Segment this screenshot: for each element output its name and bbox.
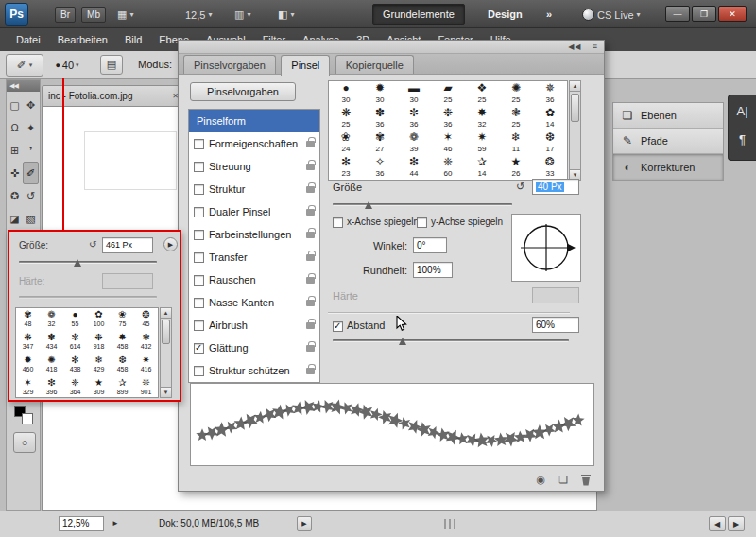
workspace-button-design[interactable]: Design <box>482 4 528 25</box>
brush-section-nasse-kanten[interactable]: Nasse Kanten <box>189 291 319 314</box>
brush-section-transfer[interactable]: Transfer <box>189 246 319 268</box>
brush-preset[interactable]: ✽36 <box>363 106 397 130</box>
lock-icon[interactable] <box>306 322 315 329</box>
brush-preset[interactable]: ❉36 <box>431 106 465 130</box>
flip-x-checkbox[interactable] <box>333 217 343 228</box>
brush-preset[interactable]: ❃432 <box>134 331 158 354</box>
brush-section-struktur-schützen[interactable]: Struktur schützen <box>189 359 319 382</box>
brush-section-rauschen[interactable]: Rauschen <box>189 268 319 291</box>
brush-preset[interactable]: ❈60 <box>431 155 465 180</box>
scroll-up-icon[interactable]: ▲ <box>161 308 171 319</box>
character-panel-icon[interactable]: A| <box>732 99 753 122</box>
brush-preset[interactable]: ❁32 <box>40 308 63 331</box>
foreground-background-swatch[interactable] <box>14 406 35 426</box>
brush-preset[interactable]: ✸458 <box>111 331 134 354</box>
brush-preset[interactable]: ✷59 <box>465 130 499 155</box>
lock-icon[interactable] <box>306 164 315 170</box>
panel-button-pfade[interactable]: ✎Pfade <box>613 129 723 154</box>
section-checkbox[interactable] <box>194 139 204 149</box>
lock-icon[interactable] <box>306 209 315 216</box>
size-slider[interactable] <box>333 203 512 206</box>
clone-stamp-tool[interactable]: ✪ <box>7 184 23 207</box>
reset-size-icon[interactable]: ↺ <box>89 239 96 250</box>
section-checkbox[interactable] <box>194 207 204 217</box>
size-slider-thumb[interactable] <box>365 201 372 209</box>
section-checkbox[interactable] <box>194 275 204 286</box>
brush-preset[interactable]: ✰14 <box>465 155 499 180</box>
popup-menu-button[interactable]: ▶ <box>163 237 178 251</box>
bridge-button[interactable]: Br <box>55 7 76 23</box>
delete-brush-icon[interactable] <box>581 475 591 486</box>
brush-preset[interactable]: ✧36 <box>363 155 397 180</box>
reset-size-icon[interactable]: ↺ <box>516 181 524 193</box>
zoom-field[interactable]: 12,5% <box>59 516 104 531</box>
brush-section-farbeinstellungen[interactable]: Farbeinstellungen <box>189 223 319 246</box>
scroll-up-icon[interactable]: ▲ <box>570 81 580 92</box>
brush-preset[interactable]: ✽434 <box>40 331 63 354</box>
scrollbar-thumb[interactable] <box>571 94 579 122</box>
eyedropper-tool[interactable]: ❜ <box>23 139 39 162</box>
brush-preset[interactable]: ●55 <box>63 308 87 331</box>
tab-kopierquelle[interactable]: Kopierquelle <box>335 55 414 74</box>
mini-bridge-button[interactable]: Mb <box>81 7 106 23</box>
rectangular-marquee-tool[interactable]: ▢ <box>7 94 23 116</box>
brush-preset[interactable]: ✻438 <box>63 354 87 376</box>
workspace-button-grundelemente[interactable]: Grundelemente <box>372 4 465 25</box>
brush-preset[interactable]: ❆458 <box>111 354 134 376</box>
brush-preset[interactable]: ✶329 <box>16 376 40 398</box>
brush-preset[interactable]: ✾48 <box>16 308 40 331</box>
scroll-right-button[interactable]: ▶ <box>728 516 745 531</box>
new-brush-icon[interactable]: ❏ <box>558 474 568 486</box>
brush-preset[interactable]: ✻23 <box>329 155 363 180</box>
brush-preset[interactable]: ✹460 <box>16 354 40 376</box>
panel-button-korrekturen[interactable]: ◐Korrekturen <box>613 154 723 180</box>
workspace-overflow-button[interactable]: » <box>541 4 558 25</box>
spacing-checkbox[interactable] <box>333 321 343 332</box>
restore-button[interactable]: ❐ <box>692 6 716 22</box>
spacing-input[interactable]: 60% <box>532 317 579 333</box>
preview-toggle-icon[interactable]: ◉ <box>537 474 546 486</box>
brush-tool[interactable]: ✐ <box>23 162 39 184</box>
section-checkbox[interactable] <box>194 343 204 354</box>
popup-size-slider-thumb[interactable] <box>74 259 81 267</box>
scrollbar-thumb[interactable] <box>162 320 170 344</box>
brush-preset[interactable]: ✾27 <box>363 130 397 155</box>
panel-button-ebenen[interactable]: ❏Ebenen <box>613 103 723 129</box>
menu-datei[interactable]: Datei <box>8 28 49 51</box>
brush-preset[interactable]: ✼36 <box>397 106 431 130</box>
zoom-level-dropdown[interactable]: 12,5 ▾ <box>185 7 212 23</box>
brush-preset[interactable]: ❖25 <box>465 81 499 106</box>
brush-preset[interactable]: ✺25 <box>499 81 533 106</box>
paragraph-panel-icon[interactable]: ¶ <box>732 128 753 150</box>
brush-preset-picker[interactable]: ● 40 ▾ <box>49 54 85 77</box>
brush-preset[interactable]: ❂45 <box>134 308 158 331</box>
brush-section-dualer-pinsel[interactable]: Dualer Pinsel <box>189 200 319 223</box>
toolbar-collapse-icon[interactable]: ◀◀ <box>7 80 40 92</box>
section-checkbox[interactable] <box>194 162 204 172</box>
gradient-tool[interactable]: ▧ <box>23 207 39 230</box>
section-checkbox[interactable] <box>194 230 204 240</box>
status-flyout-button[interactable]: ▶ <box>297 516 312 531</box>
brush-section-pinselform[interactable]: Pinselform <box>189 110 319 132</box>
brush-preset[interactable]: ❈364 <box>63 376 87 398</box>
section-checkbox[interactable] <box>194 298 204 308</box>
tool-preset-picker[interactable]: ✐ ▾ <box>6 54 43 77</box>
brush-preset[interactable]: ❋347 <box>16 331 40 354</box>
roundness-input[interactable]: 100% <box>413 262 453 278</box>
lock-icon[interactable] <box>306 277 315 284</box>
lock-icon[interactable] <box>306 345 315 352</box>
brush-preset[interactable]: ❁39 <box>397 130 431 155</box>
section-checkbox[interactable] <box>194 252 204 263</box>
size-input[interactable]: 40 Px <box>532 179 579 195</box>
close-button[interactable]: ✕ <box>718 6 747 22</box>
brush-section-streuung[interactable]: Streuung <box>189 155 319 178</box>
scroll-left-button[interactable]: ◀ <box>709 516 726 531</box>
screen-mode-dropdown[interactable]: ◧ ▾ <box>278 7 294 23</box>
move-tool[interactable]: ✥ <box>23 94 39 116</box>
section-checkbox[interactable] <box>194 320 204 331</box>
minimize-button[interactable]: — <box>665 6 690 22</box>
section-checkbox[interactable] <box>194 184 204 195</box>
tab-pinsel[interactable]: Pinsel <box>281 55 330 76</box>
brush-preset[interactable]: ❂33 <box>533 155 567 180</box>
brush-preset[interactable]: ✶46 <box>431 130 465 155</box>
